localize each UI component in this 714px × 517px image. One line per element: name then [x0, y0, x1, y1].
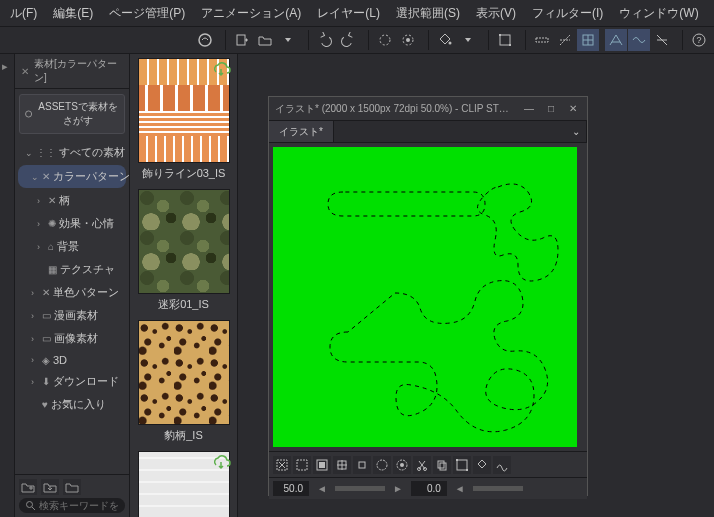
canvas[interactable] [273, 147, 577, 447]
menu-animation[interactable]: アニメーション(A) [193, 1, 309, 26]
maximize-icon[interactable]: □ [543, 102, 559, 116]
tree-favorite[interactable]: ♥お気に入り [15, 393, 129, 416]
svg-rect-29 [456, 459, 458, 461]
svg-rect-27 [440, 463, 446, 470]
svg-point-21 [377, 460, 387, 470]
svg-rect-16 [297, 460, 307, 470]
left-dock-handle[interactable]: ▸ [0, 54, 15, 517]
clipstudio-icon[interactable] [194, 29, 216, 51]
cloud-download-icon[interactable] [211, 60, 231, 80]
material-item[interactable]: 迷彩01_IS [130, 185, 237, 316]
tree-download[interactable]: ›⬇ダウンロード [15, 370, 129, 393]
cloud-download-icon[interactable] [211, 453, 231, 473]
clear-sel-icon[interactable] [373, 456, 391, 474]
clear-icon[interactable] [374, 29, 396, 51]
help-icon[interactable]: ? [688, 29, 710, 51]
rotate-slider[interactable] [473, 486, 523, 491]
menu-edit[interactable]: 編集(E) [45, 1, 101, 26]
menu-view[interactable]: 表示(V) [468, 1, 524, 26]
cut-icon[interactable] [413, 456, 431, 474]
svg-rect-18 [319, 462, 325, 468]
fill-sel-icon[interactable] [473, 456, 491, 474]
zoom-slider[interactable] [335, 486, 385, 491]
fill-dropdown-icon[interactable] [457, 29, 479, 51]
tree-pattern[interactable]: ›✕柄 [15, 189, 129, 212]
document-title: イラスト* (2000 x 1500px 72dpi 50.0%) - CLIP… [275, 102, 515, 116]
rotate-left-icon[interactable]: ◄ [455, 483, 465, 494]
svg-point-0 [199, 34, 211, 46]
tree-monochrome[interactable]: ›✕単色パターン [15, 281, 129, 304]
snap-symmetry-icon[interactable] [628, 29, 650, 51]
menu-layer[interactable]: レイヤー(L) [309, 1, 388, 26]
minimize-icon[interactable]: ― [521, 102, 537, 116]
zoom-out-icon[interactable]: ◄ [317, 483, 327, 494]
crop-icon[interactable] [293, 456, 311, 474]
tree-all-materials[interactable]: ⌄⋮⋮すべての素材 [15, 141, 129, 164]
menu-help[interactable]: ヘルプ(H) [707, 1, 714, 26]
material-label: 豹柄_IS [134, 428, 233, 443]
document-tab-row: イラスト* ⌄ [269, 121, 587, 143]
fill-icon[interactable] [434, 29, 456, 51]
svg-point-4 [406, 38, 410, 42]
clear-outside-icon[interactable] [397, 29, 419, 51]
snap-ruler-icon[interactable] [531, 29, 553, 51]
tree-texture[interactable]: ▦テクスチャ [15, 258, 129, 281]
tree-background[interactable]: ›⌂背景 [15, 235, 129, 258]
scale-icon[interactable] [453, 456, 471, 474]
tree-effect[interactable]: ›✺効果・心情 [15, 212, 129, 235]
transform-icon[interactable] [494, 29, 516, 51]
tree-image[interactable]: ›▭画像素材 [15, 327, 129, 350]
snap-grid-icon[interactable] [577, 29, 599, 51]
redo-icon[interactable] [337, 29, 359, 51]
zoom-value[interactable]: 50.0 [273, 481, 309, 496]
clear-out-icon[interactable] [393, 456, 411, 474]
close-icon[interactable]: ✕ [565, 102, 581, 116]
menu-filter[interactable]: フィルター(I) [524, 1, 611, 26]
rotate-value[interactable]: 0.0 [411, 481, 447, 496]
new-icon[interactable] [231, 29, 253, 51]
selection-launcher [269, 451, 587, 477]
selection-marquee [330, 281, 548, 432]
new-folder-icon[interactable] [19, 479, 37, 495]
snap-perspective-icon[interactable] [605, 29, 627, 51]
zoom-in-icon[interactable]: ► [393, 483, 403, 494]
tab-dropdown-icon[interactable]: ⌄ [566, 121, 587, 142]
invert-icon[interactable] [313, 456, 331, 474]
selection-marquee [478, 184, 559, 281]
open-icon[interactable] [254, 29, 276, 51]
undo-icon[interactable] [314, 29, 336, 51]
svg-rect-26 [438, 461, 444, 468]
material-thumbnail [138, 189, 230, 294]
snap-special-icon[interactable] [554, 29, 576, 51]
svg-point-13 [26, 111, 32, 117]
import-folder-icon[interactable] [41, 479, 59, 495]
material-item[interactable]: 豹柄_IS [130, 316, 237, 447]
tree-color-pattern[interactable]: ⌄✕カラーパターン [18, 165, 126, 188]
document-titlebar[interactable]: イラスト* (2000 x 1500px 72dpi 50.0%) - CLIP… [269, 97, 587, 121]
newlayer-sel-icon[interactable] [493, 456, 511, 474]
svg-rect-7 [499, 34, 501, 36]
selection-marquee [328, 192, 485, 216]
deselect-icon[interactable] [273, 456, 291, 474]
document-tab[interactable]: イラスト* [269, 121, 334, 142]
material-item[interactable] [130, 447, 237, 517]
close-icon[interactable]: ✕ [21, 66, 29, 77]
menu-window[interactable]: ウィンドウ(W) [611, 1, 706, 26]
assets-search-button[interactable]: ASSETSで素材をさがす [19, 94, 125, 134]
material-item[interactable]: 飾りライン03_IS [130, 54, 237, 185]
tree-3d[interactable]: ›◈3D [15, 350, 129, 370]
menu-file[interactable]: ル(F) [2, 1, 45, 26]
delete-folder-icon[interactable] [63, 479, 81, 495]
menu-selection[interactable]: 選択範囲(S) [388, 1, 468, 26]
folder-toolbar [19, 479, 125, 495]
dropdown-icon[interactable] [277, 29, 299, 51]
menu-page[interactable]: ページ管理(P) [101, 1, 193, 26]
panel-tab[interactable]: ✕ 素材[カラーパターン] [15, 54, 129, 89]
expand-icon[interactable] [333, 456, 351, 474]
search-box[interactable] [19, 498, 125, 513]
tree-manga[interactable]: ›▭漫画素材 [15, 304, 129, 327]
copy-icon[interactable] [433, 456, 451, 474]
shrink-icon[interactable] [353, 456, 371, 474]
snap-settings-icon[interactable] [651, 29, 673, 51]
search-input[interactable] [39, 500, 119, 511]
